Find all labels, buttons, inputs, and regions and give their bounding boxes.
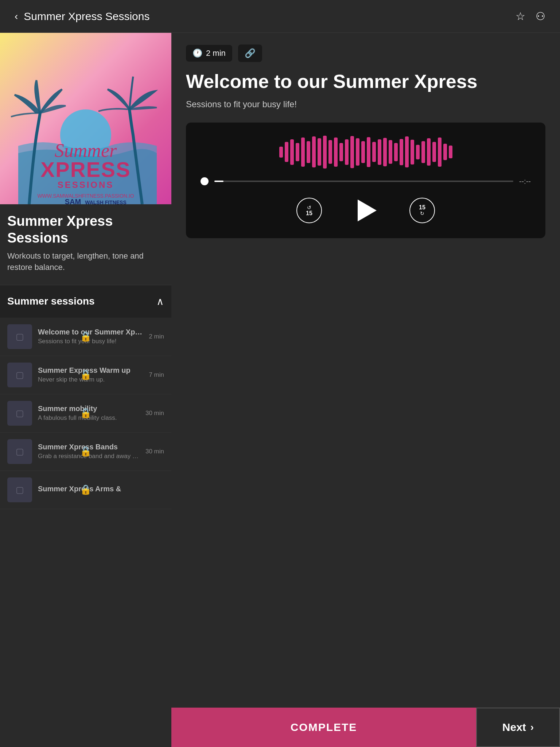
session-thumbnail: ▢ xyxy=(7,363,32,387)
next-label: Next xyxy=(502,721,526,734)
wave-bar xyxy=(394,143,398,161)
sessions-section-header[interactable]: Summer sessions ∧ xyxy=(0,285,171,318)
thumbnail-icon: ▢ xyxy=(16,446,24,457)
lock-icon: 🔒 xyxy=(80,369,92,380)
wave-bar xyxy=(279,147,283,158)
main-content: Summer XPRESS SESSIONS WWW.SAMWALSHFITNE… xyxy=(0,33,560,509)
progress-bar-track[interactable] xyxy=(214,181,513,182)
play-triangle-icon xyxy=(358,200,377,221)
session-item[interactable]: ▢ Summer Xpress Arms & 🔒 xyxy=(0,471,171,509)
session-duration: 30 min xyxy=(145,410,164,417)
session-thumbnail: ▢ xyxy=(7,439,32,464)
course-title: Summer Xpress Sessions xyxy=(7,213,164,246)
forward-label: 15 xyxy=(419,205,425,210)
course-image: Summer XPRESS SESSIONS WWW.SAMWALSHFITNE… xyxy=(0,33,171,204)
wave-bar xyxy=(290,139,294,165)
thumbnail-icon: ▢ xyxy=(16,332,24,342)
sessions-header-title: Summer sessions xyxy=(7,295,95,307)
wave-bar xyxy=(323,136,327,169)
session-text: Summer Xpress Arms & xyxy=(38,485,164,495)
wave-bar xyxy=(421,141,425,163)
wave-bar xyxy=(411,140,414,165)
thumbnail-icon: ▢ xyxy=(16,485,24,495)
session-thumbnail: ▢ xyxy=(7,477,32,502)
forward-button[interactable]: 15 ↻ xyxy=(409,198,435,223)
wave-bar xyxy=(307,141,310,163)
bookmark-icon[interactable]: ☆ xyxy=(516,10,525,23)
bottom-action-bar: COMPLETE Next › xyxy=(171,708,560,747)
header-right: ☆ ⚇ xyxy=(516,10,545,23)
lock-icon: 🔒 xyxy=(80,407,92,419)
meta-badges: 🕐 2 min 🔗 xyxy=(186,44,545,62)
wave-bar xyxy=(405,136,409,167)
session-duration: 2 min xyxy=(149,333,164,340)
wave-bar xyxy=(296,143,299,161)
wave-bar xyxy=(432,142,436,162)
next-button[interactable]: Next › xyxy=(476,708,560,747)
wave-bar xyxy=(389,140,392,164)
session-item[interactable]: ▢ Summer Express Warm up Never skip the … xyxy=(0,356,171,394)
play-button[interactable] xyxy=(351,196,380,225)
header-title: Summer Xpress Sessions xyxy=(24,10,149,23)
wave-bar xyxy=(328,140,332,164)
chevron-up-icon: ∧ xyxy=(156,295,164,307)
forward-arrow-icon: ↻ xyxy=(420,210,424,216)
wave-bar xyxy=(350,136,354,168)
lock-icon: 🔒 xyxy=(80,446,92,457)
next-arrow-icon: › xyxy=(530,721,534,733)
wave-bar xyxy=(301,138,305,167)
rewind-button[interactable]: ↺ 15 xyxy=(296,198,322,223)
session-item[interactable]: ▢ Welcome to our Summer Xpress Sessions … xyxy=(0,318,171,356)
wave-bar xyxy=(449,146,452,158)
progress-bar-fill xyxy=(214,181,223,182)
thumbnail-icon: ▢ xyxy=(16,370,24,380)
wave-bar xyxy=(400,139,403,165)
controls-row: ↺ 15 15 ↻ xyxy=(201,196,531,225)
wave-bar xyxy=(285,142,288,162)
session-thumbnail: ▢ xyxy=(7,401,32,426)
complete-button[interactable]: COMPLETE xyxy=(171,708,476,747)
course-description: Workouts to target, lengthen, tone and r… xyxy=(7,251,164,273)
progress-time: --:-- xyxy=(519,177,531,186)
svg-text:WALSH
FITNESS: WALSH FITNESS xyxy=(85,200,127,204)
session-item[interactable]: ▢ Summer Xpress Bands Grab a resistance … xyxy=(0,433,171,471)
wave-bar xyxy=(367,137,370,167)
svg-text:SAM: SAM xyxy=(65,198,81,204)
course-info: Summer Xpress Sessions Workouts to targe… xyxy=(0,204,171,279)
header-left: ‹ Summer Xpress Sessions xyxy=(15,10,149,23)
wave-bar xyxy=(345,139,349,165)
sessions-list: ▢ Welcome to our Summer Xpress Sessions … xyxy=(0,318,171,509)
audio-player: --:-- ↺ 15 15 ↻ xyxy=(186,123,545,238)
rewind-arrow-icon: ↺ xyxy=(307,205,311,210)
wave-bar xyxy=(334,138,338,167)
header: ‹ Summer Xpress Sessions ☆ ⚇ xyxy=(0,0,560,33)
progress-row[interactable]: --:-- xyxy=(201,177,531,186)
right-column: 🕐 2 min 🔗 Welcome to our Summer Xpress S… xyxy=(171,33,560,509)
link-badge[interactable]: 🔗 xyxy=(238,44,262,62)
lesson-title: Welcome to our Summer Xpress xyxy=(186,71,545,93)
lesson-subtitle: Sessions to fit your busy life! xyxy=(186,99,545,109)
wave-bar xyxy=(416,145,420,159)
wave-bar xyxy=(443,144,447,160)
back-button[interactable]: ‹ xyxy=(15,11,18,22)
duration-badge: 🕐 2 min xyxy=(186,45,232,62)
wave-bar xyxy=(383,138,387,166)
wave-bar xyxy=(427,138,431,166)
wave-bar xyxy=(372,142,376,162)
thumbnail-icon: ▢ xyxy=(16,408,24,418)
session-item[interactable]: ▢ Summer mobility A fabulous full mobili… xyxy=(0,394,171,433)
wave-bar xyxy=(312,136,316,167)
wave-bar xyxy=(378,139,381,165)
wave-bar xyxy=(356,138,359,166)
lock-icon: 🔒 xyxy=(80,484,92,495)
session-duration: 7 min xyxy=(149,371,164,379)
session-duration: 30 min xyxy=(145,448,164,455)
progress-dot xyxy=(201,177,209,185)
wave-bar xyxy=(339,143,343,161)
wave-bar xyxy=(318,138,321,166)
share-link-icon[interactable]: ⚇ xyxy=(536,10,545,23)
session-thumbnail: ▢ xyxy=(7,324,32,349)
svg-text:SESSIONS: SESSIONS xyxy=(58,180,114,190)
rewind-label: 15 xyxy=(306,210,312,216)
wave-bar xyxy=(361,141,365,163)
